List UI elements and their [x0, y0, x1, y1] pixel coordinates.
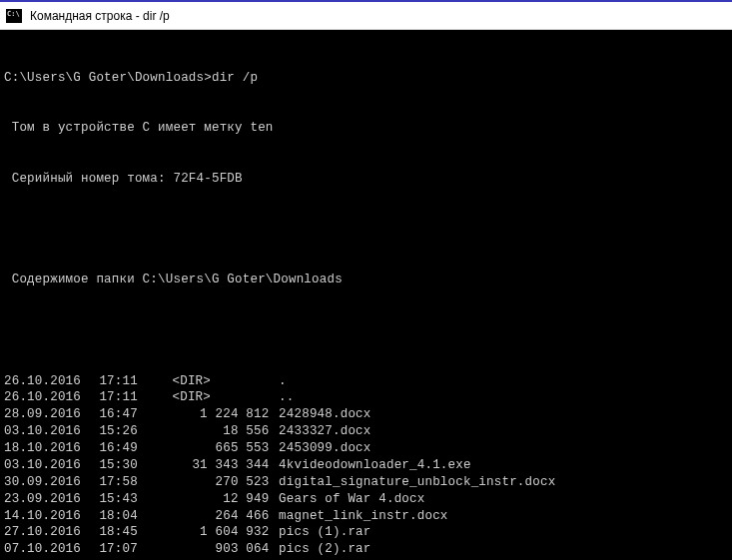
entry-time: 17:11 — [99, 389, 149, 406]
entry-name: .. — [269, 390, 294, 404]
list-item: 28.09.2016 16:471 224 812 2428948.docx — [4, 406, 728, 423]
terminal-output[interactable]: C:\Users\G Goter\Downloads>dir /p Том в … — [0, 30, 732, 560]
entry-size: 264 466 — [149, 508, 269, 525]
entry-time: 15:43 — [99, 491, 149, 508]
prompt-path: C:\Users\G Goter\Downloads> — [4, 71, 212, 85]
entry-time: 16:47 — [99, 406, 149, 423]
entry-name: 2433327.docx — [269, 424, 370, 438]
entry-name: magnet_link_instr.docx — [269, 509, 447, 523]
dir-marker: <DIR> — [149, 389, 269, 406]
entry-name: . — [269, 374, 286, 388]
entry-size: 18 556 — [149, 423, 269, 440]
directory-listing: 26.10.2016 17:11 <DIR> .26.10.2016 17:11… — [4, 373, 728, 561]
list-item: 03.10.2016 15:3031 343 344 4kvideodownlo… — [4, 457, 728, 474]
entry-size: 1 604 932 — [149, 524, 269, 541]
entry-date: 27.10.2016 — [4, 524, 84, 541]
list-item: 07.10.2016 17:07903 064 pics (2).rar — [4, 541, 728, 558]
entry-time: 16:49 — [99, 440, 149, 457]
list-item: 26.10.2016 17:11 <DIR> .. — [4, 389, 728, 406]
entry-date: 26.10.2016 — [4, 389, 84, 406]
entry-date: 03.10.2016 — [4, 457, 84, 474]
entry-name: digital_signature_unblock_instr.docx — [269, 475, 555, 489]
entry-time: 17:11 — [99, 373, 149, 390]
volume-label-line: Том в устройстве C имеет метку ten — [4, 120, 728, 137]
entry-time: 17:58 — [99, 474, 149, 491]
blank-line — [4, 322, 728, 339]
entry-size: 903 064 — [149, 541, 269, 558]
entry-date: 30.09.2016 — [4, 474, 84, 491]
entry-time: 18:04 — [99, 508, 149, 525]
list-item: 26.10.2016 17:11 <DIR> . — [4, 373, 728, 390]
entry-date: 28.09.2016 — [4, 406, 84, 423]
entry-time: 18:45 — [99, 524, 149, 541]
list-item: 30.09.2016 17:58270 523 digital_signatur… — [4, 474, 728, 491]
entry-size: 12 949 — [149, 491, 269, 508]
entry-size: 31 343 344 — [149, 457, 269, 474]
titlebar[interactable]: Командная строка - dir /p — [0, 2, 732, 30]
entry-size: 1 224 812 — [149, 406, 269, 423]
entry-date: 23.09.2016 — [4, 491, 84, 508]
list-item: 14.10.2016 18:04264 466 magnet_link_inst… — [4, 508, 728, 525]
list-item: 27.10.2016 18:451 604 932 pics (1).rar — [4, 524, 728, 541]
entry-name: 2428948.docx — [269, 407, 370, 421]
entry-date: 14.10.2016 — [4, 508, 84, 525]
entry-name: pics (1).rar — [269, 525, 370, 539]
entry-date: 26.10.2016 — [4, 373, 84, 390]
list-item: 18.10.2016 16:49665 553 2453099.docx — [4, 440, 728, 457]
blank-line — [4, 222, 728, 239]
list-item: 03.10.2016 15:2618 556 2433327.docx — [4, 423, 728, 440]
command-prompt-window: Командная строка - dir /p C:\Users\G Got… — [0, 0, 732, 560]
entry-time: 17:07 — [99, 541, 149, 558]
cmd-icon — [6, 9, 22, 23]
volume-serial-line: Серийный номер тома: 72F4-5FDB — [4, 171, 728, 188]
prompt-command: dir /p — [212, 71, 258, 85]
entry-name: pics (2).rar — [269, 542, 370, 556]
entry-name: 2453099.docx — [269, 441, 370, 455]
entry-time: 15:26 — [99, 423, 149, 440]
entry-date: 07.10.2016 — [4, 541, 84, 558]
entry-time: 15:30 — [99, 457, 149, 474]
entry-size: 270 523 — [149, 474, 269, 491]
titlebar-text: Командная строка - dir /p — [30, 9, 170, 23]
entry-date: 18.10.2016 — [4, 440, 84, 457]
directory-header: Содержимое папки C:\Users\G Goter\Downlo… — [4, 272, 728, 288]
list-item: 23.09.2016 15:4312 949 Gears of War 4.do… — [4, 491, 728, 508]
entry-name: 4kvideodownloader_4.1.exe — [269, 458, 470, 472]
entry-name: Gears of War 4.docx — [269, 492, 424, 506]
dir-marker: <DIR> — [149, 373, 269, 390]
entry-date: 03.10.2016 — [4, 423, 84, 440]
prompt-line: C:\Users\G Goter\Downloads>dir /p — [4, 70, 728, 87]
entry-size: 665 553 — [149, 440, 269, 457]
